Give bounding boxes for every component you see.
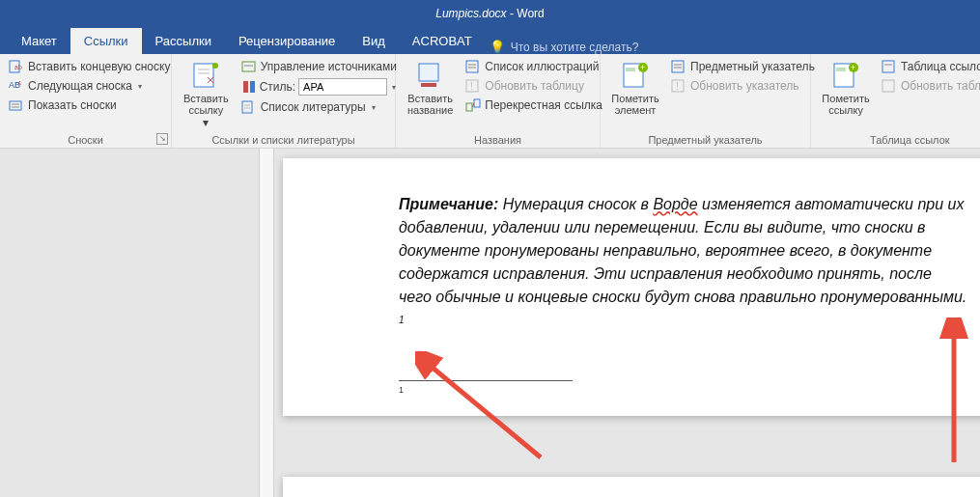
group-toa: + Пометить ссылку Таблица ссылок Обновит… <box>811 54 980 148</box>
svg-text:ab: ab <box>14 64 22 70</box>
document-workspace: Примечание: Нумерация сносок в Ворде изм… <box>0 149 980 497</box>
bibliography-icon <box>241 99 257 115</box>
update-toa-button: Обновить таблицу <box>879 77 980 95</box>
manage-sources-button[interactable]: Управление источниками <box>238 58 400 75</box>
cross-ref-icon <box>465 97 481 113</box>
svg-text:!: ! <box>470 81 473 92</box>
toa-icon <box>882 59 897 74</box>
svg-rect-20 <box>466 61 478 72</box>
mark-citation-icon: + <box>830 60 861 91</box>
group-label-toa: Таблица ссылок <box>811 134 980 146</box>
svg-text:!: ! <box>676 81 679 92</box>
lightbulb-icon: 💡 <box>490 40 505 54</box>
svg-rect-26 <box>474 99 480 107</box>
endnote-icon: ab <box>9 59 24 74</box>
group-label-footnotes: Сноски <box>0 134 171 146</box>
show-notes-button[interactable]: Показать сноски <box>6 97 173 114</box>
table-of-figures-button[interactable]: Список иллюстраций <box>462 58 605 75</box>
svg-rect-11 <box>242 62 255 71</box>
style-icon <box>241 79 257 95</box>
note-label: Примечание: <box>399 196 498 212</box>
update-table-button: ! Обновить таблицу <box>462 77 605 95</box>
svg-rect-14 <box>250 81 255 93</box>
svg-rect-4 <box>10 101 21 110</box>
manage-sources-icon <box>241 59 257 74</box>
svg-rect-18 <box>419 64 438 81</box>
svg-rect-15 <box>242 101 252 113</box>
svg-rect-40 <box>882 61 894 72</box>
document-name: Lumpics.docx <box>435 7 506 20</box>
svg-point-10 <box>212 63 218 69</box>
footnote-separator <box>399 380 573 381</box>
svg-rect-42 <box>882 80 894 92</box>
tell-me-placeholder: Что вы хотите сделать? <box>511 41 639 54</box>
ribbon-tabs: Макет Ссылки Рассылки Рецензирование Вид… <box>0 27 980 54</box>
group-citations: Вставить ссылку ▾ Управление источниками… <box>172 54 396 148</box>
insert-endnote-button[interactable]: ab Вставить концевую сноску <box>6 58 173 75</box>
group-index: + Пометить элемент Предметный указатель … <box>601 54 811 148</box>
chevron-down-icon: ▾ <box>203 116 209 129</box>
svg-text:+: + <box>851 63 855 72</box>
tab-references[interactable]: Ссылки <box>70 28 142 54</box>
update-icon <box>882 78 897 94</box>
tab-review[interactable]: Рецензирование <box>225 28 349 54</box>
cross-reference-button[interactable]: Перекрестная ссылка <box>462 97 605 114</box>
group-label-index: Предметный указатель <box>601 134 810 146</box>
document-paragraph[interactable]: Примечание: Нумерация сносок в Ворде изм… <box>399 193 968 336</box>
vertical-ruler[interactable] <box>259 149 274 497</box>
tab-view[interactable]: Вид <box>349 28 399 54</box>
tab-mailings[interactable]: Рассылки <box>142 28 225 54</box>
group-label-citations: Ссылки и списки литературы <box>172 134 395 146</box>
bibliography-button[interactable]: Список литературы ▾ <box>238 98 400 116</box>
group-footnotes: ab Вставить концевую сноску AB1 Следующа… <box>0 54 172 148</box>
style-combo-input[interactable] <box>298 78 387 96</box>
citation-icon <box>190 60 221 91</box>
svg-text:1: 1 <box>18 80 22 86</box>
caption-icon <box>415 60 446 91</box>
svg-rect-13 <box>243 81 248 93</box>
tell-me-search[interactable]: 💡 Что вы хотите сделать? <box>490 40 639 54</box>
ribbon: ab Вставить концевую сноску AB1 Следующа… <box>0 54 980 149</box>
document-page[interactable]: Примечание: Нумерация сносок в Ворде изм… <box>283 158 980 416</box>
next-page[interactable] <box>283 477 980 497</box>
app-name: Word <box>517 7 544 20</box>
svg-rect-31 <box>672 61 684 72</box>
chevron-down-icon: ▾ <box>138 79 142 94</box>
tab-layout[interactable]: Макет <box>8 28 70 54</box>
tab-acrobat[interactable]: ACROBAT <box>399 28 486 54</box>
list-icon <box>465 59 481 74</box>
spell-error-word[interactable]: Ворде <box>653 196 697 212</box>
mark-entry-icon: + <box>620 60 651 91</box>
update-icon: ! <box>465 78 481 94</box>
svg-rect-28 <box>626 68 635 71</box>
update-index-button: ! Обновить указатель <box>668 77 818 95</box>
svg-rect-37 <box>836 68 846 71</box>
footnote-reference[interactable]: 1 <box>399 315 405 325</box>
title-bar: Lumpics.docx - Word <box>0 0 980 27</box>
svg-text:+: + <box>640 63 645 72</box>
chevron-down-icon: ▾ <box>372 100 376 115</box>
citation-style-selector[interactable]: Стиль: ▾ <box>238 77 400 97</box>
group-label-captions: Названия <box>396 134 600 146</box>
svg-rect-7 <box>194 64 213 87</box>
index-icon <box>671 59 686 74</box>
insert-index-button[interactable]: Предметный указатель <box>668 58 818 75</box>
footnote-marker[interactable]: 1 <box>399 385 976 395</box>
svg-rect-19 <box>421 83 436 87</box>
show-notes-icon <box>9 97 24 113</box>
group-captions: Вставить название Список иллюстраций ! О… <box>396 54 601 148</box>
update-icon: ! <box>671 78 686 94</box>
svg-rect-25 <box>466 103 472 111</box>
next-footnote-button[interactable]: AB1 Следующая сноска ▾ <box>6 77 173 95</box>
insert-toa-button[interactable]: Таблица ссылок <box>879 58 980 75</box>
next-footnote-icon: AB1 <box>9 78 24 94</box>
